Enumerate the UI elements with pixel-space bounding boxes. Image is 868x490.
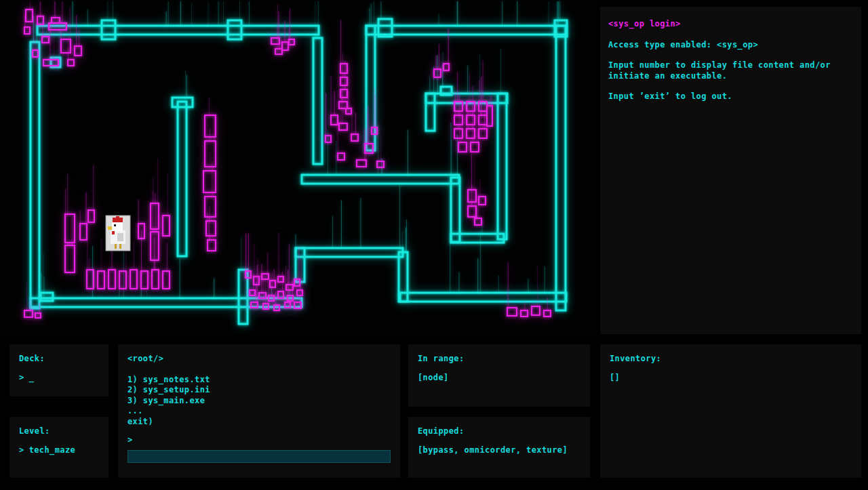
in-range-value: [node] bbox=[418, 373, 580, 384]
level-label: Level: bbox=[19, 426, 99, 437]
terminal-instruction: Input number to display file content and… bbox=[608, 60, 853, 81]
root-header: <root/> bbox=[127, 354, 391, 365]
equipped-panel: Equipped: [bypass, omnicorder, texture] bbox=[408, 417, 590, 478]
file-list-item: 2) sys_setup.ini bbox=[127, 385, 391, 396]
deck-label: Deck: bbox=[19, 354, 99, 365]
in-range-panel: In range: [node] bbox=[408, 344, 590, 407]
terminal-login-header: <sys_op login> bbox=[608, 19, 853, 30]
deck-prompt-line[interactable]: >_ bbox=[19, 373, 99, 384]
terminal-panel: <sys_op login> Access type enabled: <sys… bbox=[600, 7, 861, 334]
player-sprite bbox=[106, 216, 130, 251]
terminal-logout-hint: Input ’exit’ to log out. bbox=[608, 91, 853, 102]
terminal-access-line: Access type enabled: <sys_op> bbox=[608, 40, 853, 51]
root-directory-panel: <root/> 1) sys_notes.txt2) sys_setup.ini… bbox=[118, 344, 400, 478]
maze-cyan-layer bbox=[31, 1, 567, 324]
file-list-item: ... bbox=[127, 406, 391, 417]
deck-cursor: _ bbox=[29, 373, 35, 382]
inventory-value: [] bbox=[610, 373, 852, 384]
maze-viewport bbox=[0, 0, 597, 335]
in-range-label: In range: bbox=[418, 354, 580, 365]
deck-prompt-chevron: > bbox=[19, 373, 24, 382]
inventory-label: Inventory: bbox=[610, 354, 852, 365]
level-value: tech_maze bbox=[29, 445, 76, 455]
file-list-item: 3) sys_main.exe bbox=[127, 396, 391, 407]
file-list: 1) sys_notes.txt2) sys_setup.ini3) sys_m… bbox=[127, 375, 391, 428]
level-panel: Level: >tech_maze bbox=[9, 417, 108, 478]
file-list-item: exit) bbox=[127, 417, 391, 428]
root-prompt-chevron: > bbox=[127, 435, 391, 446]
equipped-label: Equipped: bbox=[418, 426, 580, 437]
inventory-panel: Inventory: [] bbox=[600, 344, 861, 478]
equipped-value: [bypass, omnicorder, texture] bbox=[418, 445, 580, 456]
level-value-line: >tech_maze bbox=[19, 445, 99, 456]
deck-panel: Deck: >_ bbox=[9, 344, 108, 396]
file-list-item: 1) sys_notes.txt bbox=[127, 375, 391, 386]
maze-magenta-layer bbox=[24, 1, 551, 318]
maze-canvas bbox=[0, 0, 597, 335]
command-input[interactable] bbox=[127, 450, 391, 463]
level-prompt-chevron: > bbox=[19, 445, 24, 455]
